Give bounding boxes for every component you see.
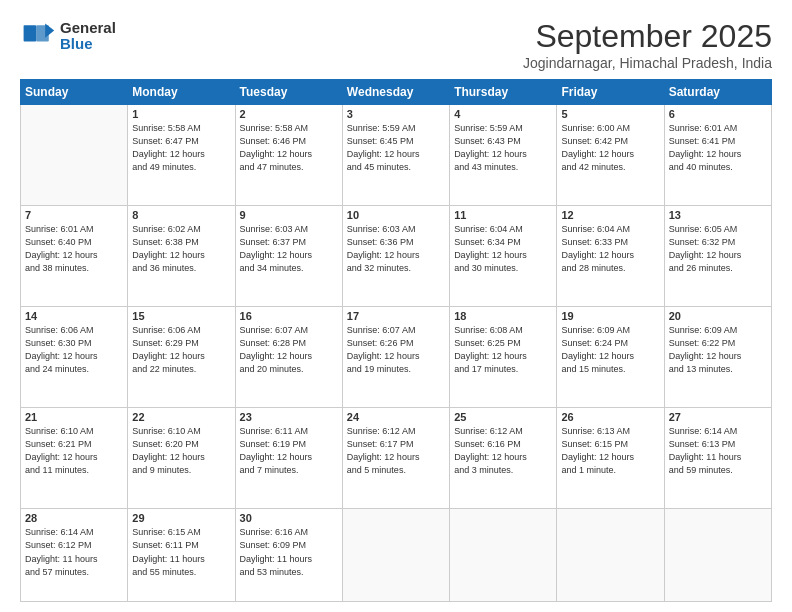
- day-info: Sunrise: 6:05 AMSunset: 6:32 PMDaylight:…: [669, 223, 767, 275]
- logo-blue-text: Blue: [60, 36, 116, 53]
- table-row: 3Sunrise: 5:59 AMSunset: 6:45 PMDaylight…: [342, 105, 449, 206]
- day-number: 3: [347, 108, 445, 120]
- day-number: 11: [454, 209, 552, 221]
- table-row: 14Sunrise: 6:06 AMSunset: 6:30 PMDayligh…: [21, 307, 128, 408]
- page: General Blue September 2025 Jogindarnaga…: [0, 0, 792, 612]
- day-info: Sunrise: 5:58 AMSunset: 6:47 PMDaylight:…: [132, 122, 230, 174]
- logo-text: General Blue: [60, 20, 116, 53]
- day-info: Sunrise: 6:10 AMSunset: 6:21 PMDaylight:…: [25, 425, 123, 477]
- calendar-week-row: 14Sunrise: 6:06 AMSunset: 6:30 PMDayligh…: [21, 307, 772, 408]
- day-number: 13: [669, 209, 767, 221]
- day-info: Sunrise: 6:15 AMSunset: 6:11 PMDaylight:…: [132, 526, 230, 578]
- table-row: 5Sunrise: 6:00 AMSunset: 6:42 PMDaylight…: [557, 105, 664, 206]
- table-row: [664, 509, 771, 602]
- day-number: 14: [25, 310, 123, 322]
- col-tuesday: Tuesday: [235, 80, 342, 105]
- day-info: Sunrise: 6:06 AMSunset: 6:29 PMDaylight:…: [132, 324, 230, 376]
- calendar-week-row: 1Sunrise: 5:58 AMSunset: 6:47 PMDaylight…: [21, 105, 772, 206]
- day-number: 25: [454, 411, 552, 423]
- day-info: Sunrise: 6:02 AMSunset: 6:38 PMDaylight:…: [132, 223, 230, 275]
- table-row: 10Sunrise: 6:03 AMSunset: 6:36 PMDayligh…: [342, 206, 449, 307]
- table-row: 2Sunrise: 5:58 AMSunset: 6:46 PMDaylight…: [235, 105, 342, 206]
- day-info: Sunrise: 6:07 AMSunset: 6:28 PMDaylight:…: [240, 324, 338, 376]
- table-row: 23Sunrise: 6:11 AMSunset: 6:19 PMDayligh…: [235, 408, 342, 509]
- day-number: 5: [561, 108, 659, 120]
- day-number: 28: [25, 512, 123, 524]
- day-info: Sunrise: 6:08 AMSunset: 6:25 PMDaylight:…: [454, 324, 552, 376]
- month-title: September 2025: [523, 18, 772, 55]
- svg-marker-2: [45, 23, 54, 37]
- col-monday: Monday: [128, 80, 235, 105]
- calendar-week-row: 28Sunrise: 6:14 AMSunset: 6:12 PMDayligh…: [21, 509, 772, 602]
- day-info: Sunrise: 6:13 AMSunset: 6:15 PMDaylight:…: [561, 425, 659, 477]
- day-info: Sunrise: 6:07 AMSunset: 6:26 PMDaylight:…: [347, 324, 445, 376]
- col-thursday: Thursday: [450, 80, 557, 105]
- day-number: 10: [347, 209, 445, 221]
- calendar-week-row: 7Sunrise: 6:01 AMSunset: 6:40 PMDaylight…: [21, 206, 772, 307]
- table-row: 29Sunrise: 6:15 AMSunset: 6:11 PMDayligh…: [128, 509, 235, 602]
- table-row: 4Sunrise: 5:59 AMSunset: 6:43 PMDaylight…: [450, 105, 557, 206]
- day-number: 4: [454, 108, 552, 120]
- table-row: 28Sunrise: 6:14 AMSunset: 6:12 PMDayligh…: [21, 509, 128, 602]
- day-number: 16: [240, 310, 338, 322]
- day-number: 6: [669, 108, 767, 120]
- day-number: 24: [347, 411, 445, 423]
- table-row: 22Sunrise: 6:10 AMSunset: 6:20 PMDayligh…: [128, 408, 235, 509]
- day-info: Sunrise: 5:59 AMSunset: 6:45 PMDaylight:…: [347, 122, 445, 174]
- day-info: Sunrise: 6:04 AMSunset: 6:34 PMDaylight:…: [454, 223, 552, 275]
- table-row: 18Sunrise: 6:08 AMSunset: 6:25 PMDayligh…: [450, 307, 557, 408]
- title-block: September 2025 Jogindarnagar, Himachal P…: [523, 18, 772, 71]
- calendar-header-row: Sunday Monday Tuesday Wednesday Thursday…: [21, 80, 772, 105]
- day-info: Sunrise: 6:00 AMSunset: 6:42 PMDaylight:…: [561, 122, 659, 174]
- day-number: 21: [25, 411, 123, 423]
- day-number: 7: [25, 209, 123, 221]
- day-info: Sunrise: 6:09 AMSunset: 6:24 PMDaylight:…: [561, 324, 659, 376]
- day-number: 15: [132, 310, 230, 322]
- day-info: Sunrise: 6:16 AMSunset: 6:09 PMDaylight:…: [240, 526, 338, 578]
- day-info: Sunrise: 6:03 AMSunset: 6:37 PMDaylight:…: [240, 223, 338, 275]
- table-row: 1Sunrise: 5:58 AMSunset: 6:47 PMDaylight…: [128, 105, 235, 206]
- day-info: Sunrise: 5:59 AMSunset: 6:43 PMDaylight:…: [454, 122, 552, 174]
- svg-rect-0: [24, 25, 37, 41]
- table-row: 12Sunrise: 6:04 AMSunset: 6:33 PMDayligh…: [557, 206, 664, 307]
- day-info: Sunrise: 6:04 AMSunset: 6:33 PMDaylight:…: [561, 223, 659, 275]
- table-row: 17Sunrise: 6:07 AMSunset: 6:26 PMDayligh…: [342, 307, 449, 408]
- day-info: Sunrise: 6:06 AMSunset: 6:30 PMDaylight:…: [25, 324, 123, 376]
- logo: General Blue: [20, 18, 116, 54]
- table-row: 20Sunrise: 6:09 AMSunset: 6:22 PMDayligh…: [664, 307, 771, 408]
- table-row: [450, 509, 557, 602]
- table-row: 27Sunrise: 6:14 AMSunset: 6:13 PMDayligh…: [664, 408, 771, 509]
- col-saturday: Saturday: [664, 80, 771, 105]
- day-number: 22: [132, 411, 230, 423]
- day-number: 20: [669, 310, 767, 322]
- table-row: 8Sunrise: 6:02 AMSunset: 6:38 PMDaylight…: [128, 206, 235, 307]
- calendar-table: Sunday Monday Tuesday Wednesday Thursday…: [20, 79, 772, 602]
- table-row: 26Sunrise: 6:13 AMSunset: 6:15 PMDayligh…: [557, 408, 664, 509]
- table-row: 19Sunrise: 6:09 AMSunset: 6:24 PMDayligh…: [557, 307, 664, 408]
- day-info: Sunrise: 6:12 AMSunset: 6:16 PMDaylight:…: [454, 425, 552, 477]
- table-row: [21, 105, 128, 206]
- day-number: 9: [240, 209, 338, 221]
- table-row: 16Sunrise: 6:07 AMSunset: 6:28 PMDayligh…: [235, 307, 342, 408]
- table-row: 21Sunrise: 6:10 AMSunset: 6:21 PMDayligh…: [21, 408, 128, 509]
- col-friday: Friday: [557, 80, 664, 105]
- col-wednesday: Wednesday: [342, 80, 449, 105]
- day-info: Sunrise: 6:14 AMSunset: 6:13 PMDaylight:…: [669, 425, 767, 477]
- day-info: Sunrise: 5:58 AMSunset: 6:46 PMDaylight:…: [240, 122, 338, 174]
- day-number: 17: [347, 310, 445, 322]
- table-row: [557, 509, 664, 602]
- day-number: 2: [240, 108, 338, 120]
- day-number: 1: [132, 108, 230, 120]
- location-subtitle: Jogindarnagar, Himachal Pradesh, India: [523, 55, 772, 71]
- day-info: Sunrise: 6:03 AMSunset: 6:36 PMDaylight:…: [347, 223, 445, 275]
- day-number: 19: [561, 310, 659, 322]
- logo-icon: [20, 18, 56, 54]
- day-number: 8: [132, 209, 230, 221]
- day-number: 12: [561, 209, 659, 221]
- table-row: 25Sunrise: 6:12 AMSunset: 6:16 PMDayligh…: [450, 408, 557, 509]
- day-info: Sunrise: 6:01 AMSunset: 6:40 PMDaylight:…: [25, 223, 123, 275]
- table-row: 9Sunrise: 6:03 AMSunset: 6:37 PMDaylight…: [235, 206, 342, 307]
- day-number: 18: [454, 310, 552, 322]
- day-number: 27: [669, 411, 767, 423]
- table-row: 15Sunrise: 6:06 AMSunset: 6:29 PMDayligh…: [128, 307, 235, 408]
